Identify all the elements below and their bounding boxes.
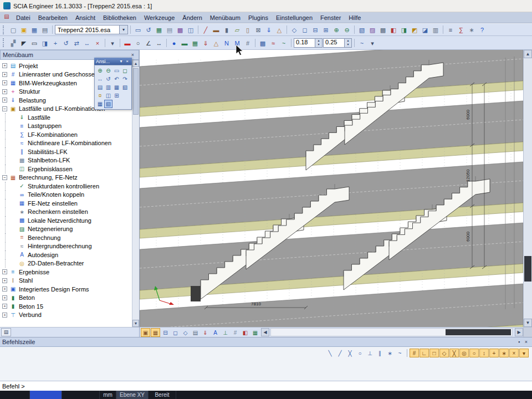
hscroll-track[interactable]: [270, 328, 513, 336]
render-wireframe-icon[interactable]: ▦: [151, 328, 160, 337]
tree-item[interactable]: ≡Lastgruppen: [0, 122, 132, 131]
show-labels-icon[interactable]: A: [211, 328, 220, 337]
gallery-icon[interactable]: ▩: [175, 25, 185, 34]
tree-item[interactable]: +⊤Verbund: [0, 311, 132, 320]
move-icon[interactable]: +: [50, 38, 60, 48]
command-input[interactable]: Befehl >: [0, 381, 532, 391]
snap-cross-icon[interactable]: ╳: [345, 349, 355, 357]
chevron-down-icon[interactable]: ▾: [118, 59, 124, 64]
zoom-in-icon[interactable]: ⊕: [96, 66, 104, 75]
tree-item[interactable]: +▣Integriertes Design Forms: [0, 285, 132, 294]
view-axonometric-icon[interactable]: ◇: [289, 25, 299, 34]
scroll-up-icon[interactable]: ▲: [524, 50, 532, 58]
render-shaded-icon[interactable]: ▣: [141, 328, 150, 337]
stepper-spin-buttons[interactable]: ▴▾: [344, 39, 351, 47]
add-support-icon[interactable]: △: [274, 25, 284, 34]
view-top-icon[interactable]: ⊟: [161, 328, 170, 337]
snap-perpendicular-icon[interactable]: ⊥: [365, 349, 375, 357]
dimension-tool-icon[interactable]: ↔: [154, 38, 164, 48]
scroll-right-icon[interactable]: ▶: [515, 328, 523, 336]
activity-icon[interactable]: ◩: [410, 25, 420, 34]
tree-item[interactable]: ◎2D-Daten-Betrachter: [0, 259, 132, 268]
support-display-icon[interactable]: △: [211, 38, 221, 48]
refresh-icon[interactable]: ↺: [144, 25, 154, 34]
save-icon[interactable]: ▦: [29, 25, 39, 34]
document-view-icon[interactable]: ▤: [165, 25, 175, 34]
tree-item[interactable]: ∥Stabilitäts-LFK: [0, 147, 132, 156]
tree-expander[interactable]: +: [2, 304, 7, 309]
tree-expander[interactable]: −: [2, 175, 7, 180]
hscroll-thumb[interactable]: [446, 329, 511, 335]
line-style-icon[interactable]: ▬: [122, 38, 132, 48]
clip-section-icon[interactable]: ◧: [241, 328, 250, 337]
snap-grid-icon[interactable]: ▞: [8, 38, 18, 48]
section-view-icon[interactable]: ◧: [388, 25, 398, 34]
vertical-scrollbar[interactable]: ▲ ▼: [523, 50, 532, 327]
pin-icon[interactable]: ▪: [515, 339, 523, 346]
label-members-icon[interactable]: M: [232, 38, 242, 48]
tree-item[interactable]: ◫Ergebnisklassen: [0, 165, 132, 173]
orbit-icon[interactable]: ↺: [104, 75, 112, 83]
tree-expander[interactable]: +: [2, 295, 7, 300]
tree-item[interactable]: ▩Lokale Netzverdichtung: [0, 216, 132, 225]
scroll-up-icon[interactable]: ▲: [132, 60, 139, 67]
more-tools-dropdown[interactable]: ▾: [108, 38, 117, 48]
layers-icon[interactable]: ◪: [420, 25, 430, 34]
delete-icon[interactable]: ×: [93, 38, 103, 48]
snap-midpoint-toggle[interactable]: ◇: [439, 349, 449, 357]
show-loads-icon[interactable]: ⇓: [201, 328, 210, 337]
load-display-icon[interactable]: ⇓: [201, 38, 211, 48]
view-top-icon[interactable]: ▦: [112, 83, 121, 91]
tree-item[interactable]: ∗Rechenkern einstellen: [0, 208, 132, 217]
project-settings-icon[interactable]: ▭: [133, 25, 143, 34]
show-axes-icon[interactable]: ⊥: [221, 328, 230, 337]
chevron-down-icon[interactable]: ▾: [119, 25, 127, 34]
docked-panel-tab[interactable]: ▤: [1, 328, 11, 336]
new-file-icon[interactable]: ▢: [8, 25, 18, 34]
tree-scroll-track[interactable]: [132, 67, 139, 320]
help-icon[interactable]: ?: [477, 25, 487, 34]
tree-scroll-thumb[interactable]: [133, 68, 139, 115]
status-units[interactable]: mm: [100, 391, 116, 399]
angle-tool-icon[interactable]: ∠: [144, 38, 154, 48]
cursor-step-toggle[interactable]: ↕: [479, 349, 489, 357]
view-side-icon[interactable]: ⊞: [321, 25, 331, 34]
tree-expander[interactable]: +: [2, 98, 7, 103]
draw-beam-icon[interactable]: ▬: [211, 25, 221, 34]
tree-expander[interactable]: +: [2, 287, 7, 291]
tree-expander[interactable]: +: [2, 269, 7, 274]
menu-ansicht[interactable]: Ansicht: [71, 13, 99, 22]
layout-icon[interactable]: ◫: [186, 25, 196, 34]
document-menu-icon[interactable]: ▤: [2, 13, 11, 22]
menu-einstellungen[interactable]: Einstellungen: [272, 13, 316, 22]
results-display-icon[interactable]: ≈: [268, 38, 278, 48]
mirror-icon[interactable]: ⇄: [71, 38, 81, 48]
tree-item[interactable]: ≈Nichtlineare LF-Kombinationen: [0, 139, 132, 148]
status-plane[interactable]: Ebene XY: [116, 391, 149, 399]
menu-datei[interactable]: Datei: [12, 13, 34, 22]
tree-expander[interactable]: +: [2, 72, 7, 77]
circle-tool-icon[interactable]: ○: [133, 38, 143, 48]
mesh-display-icon[interactable]: ▩: [258, 38, 268, 48]
zoom-previous-icon[interactable]: ↶: [112, 75, 121, 83]
node-display-icon[interactable]: ●: [169, 38, 179, 48]
spin-down-icon[interactable]: ▾: [315, 43, 322, 47]
vscroll-thumb[interactable]: [524, 256, 531, 282]
ortho-toggle[interactable]: ∟: [420, 349, 429, 357]
view-front-icon[interactable]: ◻: [171, 328, 180, 337]
print-icon[interactable]: ▤: [40, 25, 50, 34]
stretch-icon[interactable]: ↔: [82, 38, 92, 48]
zoom-all-icon[interactable]: ◻: [121, 66, 129, 75]
toolbar-grip[interactable]: [3, 38, 6, 47]
menu-plugins[interactable]: Plugins: [244, 13, 272, 22]
tree-item[interactable]: −▦Berechnung, FE-Netz: [0, 173, 132, 182]
menu-hilfe[interactable]: Hilfe: [345, 13, 365, 22]
snap-tangent-toggle[interactable]: ○: [469, 349, 479, 357]
panel-close-icon[interactable]: ×: [523, 339, 530, 346]
snap-all-toggle[interactable]: ∗: [499, 349, 509, 357]
command-output-area[interactable]: ╲╱╳○⊥∥∗~#∟□◇╳◎○↕+∗×▾: [0, 347, 532, 381]
render-solid-icon[interactable]: ▦: [96, 100, 104, 108]
results-table-icon[interactable]: ▦: [250, 328, 260, 337]
snap-intersection-toggle[interactable]: ╳: [449, 349, 459, 357]
polar-tracking-toggle[interactable]: +: [489, 349, 499, 357]
